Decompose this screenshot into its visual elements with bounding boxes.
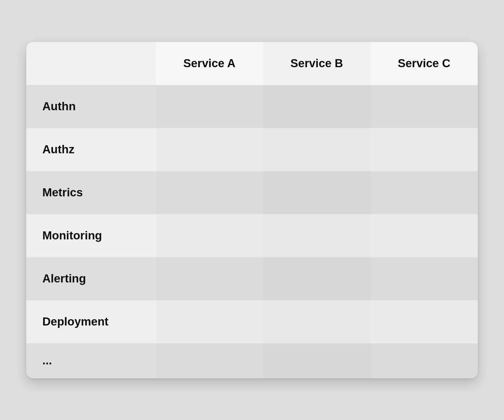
table-cell <box>370 128 478 171</box>
header-empty-cell <box>26 42 156 85</box>
table-cell <box>263 171 371 214</box>
row-header-deployment: Deployment <box>26 300 156 343</box>
column-header-label: Service C <box>398 57 450 70</box>
row-header-label: Deployment <box>42 315 108 328</box>
table-cell <box>263 214 371 257</box>
table-cell <box>370 257 478 300</box>
table-cell <box>156 171 263 214</box>
table-cell <box>156 128 263 171</box>
column-header-service-a: Service A <box>156 42 263 85</box>
table-cell <box>370 343 478 378</box>
column-header-service-b: Service B <box>263 42 371 85</box>
table-cell <box>263 128 371 171</box>
table-cell <box>370 214 478 257</box>
table-cell <box>263 257 371 300</box>
row-header-more: ... <box>26 343 156 378</box>
table-cell <box>156 257 263 300</box>
table-cell <box>370 300 478 343</box>
row-header-label: Alerting <box>42 272 86 285</box>
row-header-label: Authz <box>42 143 75 156</box>
table-cell <box>263 300 371 343</box>
row-header-label: Authn <box>42 100 76 113</box>
table-cell <box>156 343 263 378</box>
table-cell <box>263 85 371 128</box>
column-header-label: Service A <box>183 57 236 70</box>
row-header-label: Monitoring <box>42 229 102 242</box>
column-header-service-c: Service C <box>370 42 478 85</box>
row-header-monitoring: Monitoring <box>26 214 156 257</box>
table-cell <box>156 214 263 257</box>
table-cell <box>156 85 263 128</box>
row-header-metrics: Metrics <box>26 171 156 214</box>
row-header-alerting: Alerting <box>26 257 156 300</box>
matrix-table: Service A Service B Service C Authn <box>26 42 478 378</box>
table-cell <box>263 343 371 378</box>
row-header-authn: Authn <box>26 85 156 128</box>
row-header-label: ... <box>42 354 52 367</box>
table-cell <box>370 85 478 128</box>
row-header-label: Metrics <box>42 186 83 199</box>
column-header-label: Service B <box>290 57 343 70</box>
table-cell <box>156 300 263 343</box>
row-header-authz: Authz <box>26 128 156 171</box>
table-cell <box>370 171 478 214</box>
